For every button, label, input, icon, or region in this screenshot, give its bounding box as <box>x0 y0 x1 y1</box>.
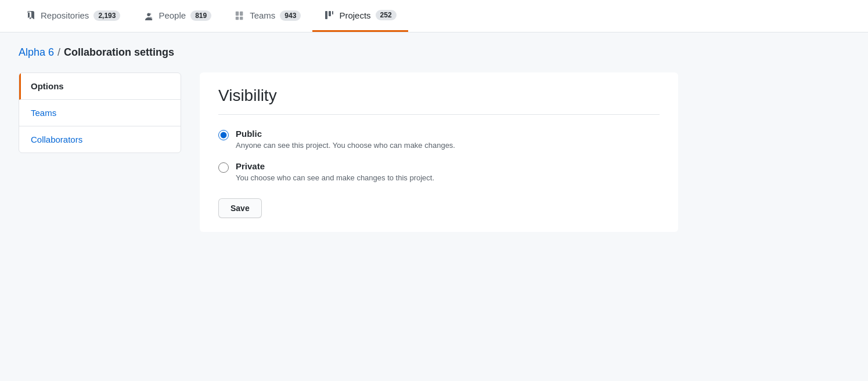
sidebar-item-collaborators-label: Collaborators <box>31 135 82 144</box>
tab-teams-label: Teams <box>250 10 275 20</box>
tab-repositories[interactable]: Repositories 2,193 <box>14 0 132 32</box>
tab-people[interactable]: People 819 <box>132 0 223 32</box>
sidebar-item-teams[interactable]: Teams <box>19 100 181 126</box>
radio-private-input[interactable] <box>218 162 229 173</box>
svg-rect-3 <box>240 16 243 19</box>
page-content: Alpha 6 / Collaboration settings Options… <box>0 32 697 246</box>
radio-public-input[interactable] <box>218 130 229 140</box>
section-divider <box>218 114 660 115</box>
people-icon <box>143 10 154 21</box>
main-section: Visibility Public Anyone can see this pr… <box>200 72 678 232</box>
sidebar-item-options[interactable]: Options <box>19 73 181 100</box>
breadcrumb-separator: / <box>57 46 60 59</box>
radio-public-title: Public <box>236 129 455 139</box>
svg-rect-1 <box>240 11 243 15</box>
tab-people-label: People <box>159 10 186 20</box>
tab-repositories-label: Repositories <box>41 10 89 20</box>
svg-rect-0 <box>236 11 239 15</box>
breadcrumb: Alpha 6 / Collaboration settings <box>19 46 678 59</box>
save-button[interactable]: Save <box>218 198 262 218</box>
projects-icon <box>324 10 334 20</box>
svg-rect-2 <box>236 16 239 19</box>
sidebar-item-options-label: Options <box>31 81 64 91</box>
radio-private-description: You choose who can see and make changes … <box>236 173 434 182</box>
radio-public-description: Anyone can see this project. You choose … <box>236 141 455 150</box>
sidebar-item-teams-label: Teams <box>31 108 56 118</box>
section-title: Visibility <box>218 86 660 105</box>
radio-public-label: Public Anyone can see this project. You … <box>236 129 455 150</box>
tab-people-count: 819 <box>190 10 211 21</box>
svg-rect-6 <box>332 11 333 14</box>
tab-projects-count: 252 <box>376 10 397 20</box>
svg-rect-5 <box>329 11 331 16</box>
svg-rect-4 <box>325 11 327 19</box>
tab-teams-count: 943 <box>280 10 301 21</box>
breadcrumb-parent-link[interactable]: Alpha 6 <box>19 46 54 59</box>
radio-option-private: Private You choose who can see and make … <box>218 161 660 182</box>
tab-teams[interactable]: Teams 943 <box>223 0 312 32</box>
radio-option-public: Public Anyone can see this project. You … <box>218 129 660 150</box>
tab-repositories-count: 2,193 <box>93 10 120 21</box>
breadcrumb-current: Collaboration settings <box>64 46 174 59</box>
radio-private-title: Private <box>236 161 434 171</box>
repo-icon <box>26 10 36 21</box>
top-navigation: Repositories 2,193 People 819 Teams 943 <box>0 0 868 32</box>
sidebar: Options Teams Collaborators <box>19 72 181 153</box>
teams-icon <box>235 10 245 21</box>
sidebar-item-collaborators[interactable]: Collaborators <box>19 126 181 153</box>
tab-projects[interactable]: Projects 252 <box>312 0 408 32</box>
visibility-radio-group: Public Anyone can see this project. You … <box>218 129 660 182</box>
radio-private-label: Private You choose who can see and make … <box>236 161 434 182</box>
tab-projects-label: Projects <box>339 10 370 20</box>
main-layout: Options Teams Collaborators Visibility P… <box>19 72 678 232</box>
